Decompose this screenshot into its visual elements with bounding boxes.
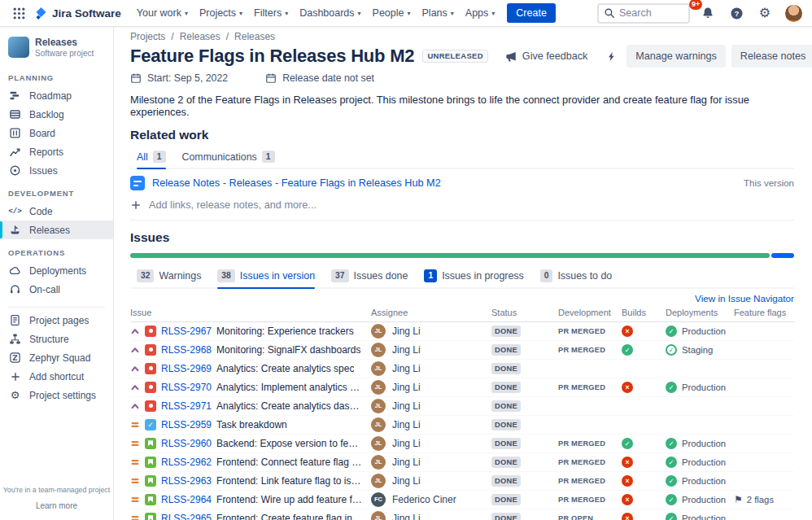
- issue-key-link[interactable]: RLSS-2962: [161, 457, 212, 468]
- related-tab-communications[interactable]: Communications1: [176, 147, 282, 168]
- development-status[interactable]: PR MERGED: [558, 496, 605, 504]
- notifications-button[interactable]: 9+: [697, 2, 718, 24]
- tab-label: Communications: [182, 151, 257, 163]
- deployment-status-icon[interactable]: ✓: [666, 475, 677, 487]
- issue-summary-link[interactable]: Frontend: Create feature flag in provide…: [216, 513, 363, 520]
- issue-summary-link[interactable]: Analytics: Create analytics dashboards: [216, 400, 363, 412]
- development-status[interactable]: PR MERGED: [558, 327, 605, 335]
- sidebar-item-structure[interactable]: Structure: [0, 330, 113, 348]
- issue-summary-link[interactable]: Task breakdown: [216, 419, 287, 430]
- create-button[interactable]: Create: [507, 3, 556, 23]
- build-failed-icon[interactable]: ×: [622, 513, 633, 520]
- issue-summary-link[interactable]: Backend: Expose version to feature flag …: [216, 438, 363, 449]
- build-failed-icon[interactable]: ×: [622, 457, 633, 468]
- sidebar-item-issues[interactable]: Issues: [0, 161, 113, 180]
- issues-tab-issues-in-progress[interactable]: 1Issues in progress: [417, 266, 530, 286]
- manage-warnings-button[interactable]: Manage warnings: [626, 45, 725, 68]
- issue-key-link[interactable]: RLSS-2964: [161, 494, 212, 505]
- sidebar-item-zephyr-squad[interactable]: Zephyr Squad: [0, 348, 113, 367]
- sidebar-item-releases[interactable]: Releases: [0, 221, 113, 239]
- issues-tab-warnings[interactable]: 32Warnings: [130, 266, 207, 286]
- deployment-status-icon[interactable]: ✓: [666, 457, 677, 468]
- deployment-status-icon[interactable]: ✓: [666, 438, 677, 449]
- issue-summary-link[interactable]: Analytics: Implement analytics spec: [216, 382, 363, 393]
- sidebar-item-reports[interactable]: Reports: [0, 142, 113, 161]
- nav-menu-plans[interactable]: Plans▾: [417, 2, 460, 24]
- sidebar-item-add-shortcut[interactable]: Add shortcut: [0, 367, 113, 386]
- sidebar-item-project-settings[interactable]: ⚙Project settings: [0, 386, 113, 404]
- sidebar-item-code[interactable]: </>Code: [0, 202, 113, 221]
- nav-menu-apps[interactable]: Apps▾: [460, 2, 501, 24]
- breadcrumb-link[interactable]: Releases: [234, 31, 275, 42]
- issues-tab-issues-done[interactable]: 37Issues done: [325, 266, 414, 286]
- build-passed-icon[interactable]: ✓: [622, 344, 633, 356]
- sidebar-item-board[interactable]: Board: [0, 124, 113, 142]
- issues-tab-issues-to-do[interactable]: 0Issues to do: [534, 266, 619, 286]
- issue-summary-link[interactable]: Frontend: Link feature flag to issues se…: [216, 475, 363, 487]
- build-failed-icon[interactable]: ×: [622, 475, 633, 487]
- issue-key-link[interactable]: RLSS-2967: [161, 326, 212, 337]
- deployment-status-icon[interactable]: ✓: [666, 494, 677, 505]
- give-feedback-button[interactable]: Give feedback: [496, 45, 597, 68]
- learn-more-link[interactable]: Learn more: [36, 501, 77, 510]
- help-button[interactable]: ?: [726, 2, 747, 24]
- breadcrumb-link[interactable]: Releases: [180, 31, 220, 42]
- development-status[interactable]: PR MERGED: [558, 439, 605, 448]
- sidebar-item-project-pages[interactable]: Project pages: [0, 311, 113, 330]
- feature-flags-count[interactable]: 2 flags: [747, 495, 774, 505]
- search-box[interactable]: [597, 3, 690, 24]
- related-tab-all[interactable]: All1: [130, 147, 172, 168]
- nav-menu-filters[interactable]: Filters▾: [248, 2, 294, 24]
- issue-summary-link[interactable]: Analytics: Create analytics spec: [216, 363, 354, 374]
- breadcrumb-link[interactable]: Projects: [130, 31, 165, 42]
- release-date[interactable]: Release date not set: [265, 72, 374, 84]
- build-passed-icon[interactable]: ✓: [622, 438, 633, 449]
- sidebar-item-backlog[interactable]: Backlog: [0, 105, 113, 124]
- nav-menu-label: Projects: [199, 7, 236, 19]
- issue-key-link[interactable]: RLSS-2968: [161, 344, 212, 356]
- app-switcher-button[interactable]: [8, 2, 29, 24]
- nav-menu-your-work[interactable]: Your work▾: [131, 2, 194, 24]
- issue-key-link[interactable]: RLSS-2965: [161, 513, 212, 520]
- issue-key-link[interactable]: RLSS-2963: [161, 475, 212, 487]
- sidebar-item-roadmap[interactable]: Roadmap: [0, 86, 113, 105]
- build-failed-icon[interactable]: ×: [622, 494, 633, 505]
- issue-summary-link[interactable]: Monitoring: SignalFX dashboards: [216, 344, 360, 356]
- sidebar-item-on-call[interactable]: On-call: [0, 280, 113, 299]
- issue-summary-link[interactable]: Frontend: Connect feature flag tool sect…: [216, 457, 363, 468]
- development-status[interactable]: PR MERGED: [558, 346, 605, 354]
- build-failed-icon[interactable]: ×: [622, 382, 633, 393]
- issue-key-link[interactable]: RLSS-2969: [161, 363, 212, 374]
- automation-button[interactable]: [602, 45, 621, 68]
- nav-menu-people[interactable]: People▾: [367, 2, 417, 24]
- build-failed-icon[interactable]: ×: [622, 326, 633, 337]
- deployment-status-icon[interactable]: ✓: [666, 513, 677, 520]
- nav-menu-dashboards[interactable]: Dashboards▾: [294, 2, 366, 24]
- deployment-status-icon[interactable]: ✓: [666, 382, 677, 393]
- issues-tab-issues-in-version[interactable]: 38Issues in version: [211, 266, 321, 286]
- issue-key-link[interactable]: RLSS-2971: [161, 400, 212, 412]
- sidebar-item-deployments[interactable]: Deployments: [0, 261, 113, 280]
- add-links-row[interactable]: Add links, release notes, and more...: [130, 195, 794, 221]
- issue-summary-link[interactable]: Frontend: Wire up add feature flag butto…: [216, 494, 363, 505]
- deployment-status-icon[interactable]: ✓: [666, 326, 677, 337]
- issue-summary-link[interactable]: Monitoring: Experience trackers: [216, 326, 354, 337]
- deployment-status-icon[interactable]: ✓: [666, 344, 677, 356]
- issue-key-link[interactable]: RLSS-2959: [161, 419, 212, 430]
- profile-button[interactable]: [783, 2, 804, 24]
- development-status[interactable]: PR MERGED: [558, 458, 605, 466]
- development-status[interactable]: PR MERGED: [558, 383, 605, 391]
- release-notes-button[interactable]: Release notes: [731, 45, 812, 68]
- development-status[interactable]: PR OPEN: [558, 514, 593, 520]
- release-notes-link[interactable]: Release Notes - Releases - Feature Flags…: [152, 177, 441, 189]
- settings-button[interactable]: ⚙: [754, 2, 775, 24]
- search-input[interactable]: [619, 7, 681, 19]
- jira-logo[interactable]: Jira Software: [31, 7, 129, 20]
- nav-menu-projects[interactable]: Projects▾: [194, 2, 248, 24]
- issue-key-link[interactable]: RLSS-2960: [161, 438, 212, 449]
- view-in-issue-navigator-link[interactable]: View in Issue Navigator: [695, 293, 794, 304]
- assignee-avatar: JL: [371, 399, 386, 413]
- development-status[interactable]: PR MERGED: [558, 477, 605, 485]
- issue-key-link[interactable]: RLSS-2970: [161, 382, 212, 393]
- project-header[interactable]: Releases Software project: [0, 35, 113, 64]
